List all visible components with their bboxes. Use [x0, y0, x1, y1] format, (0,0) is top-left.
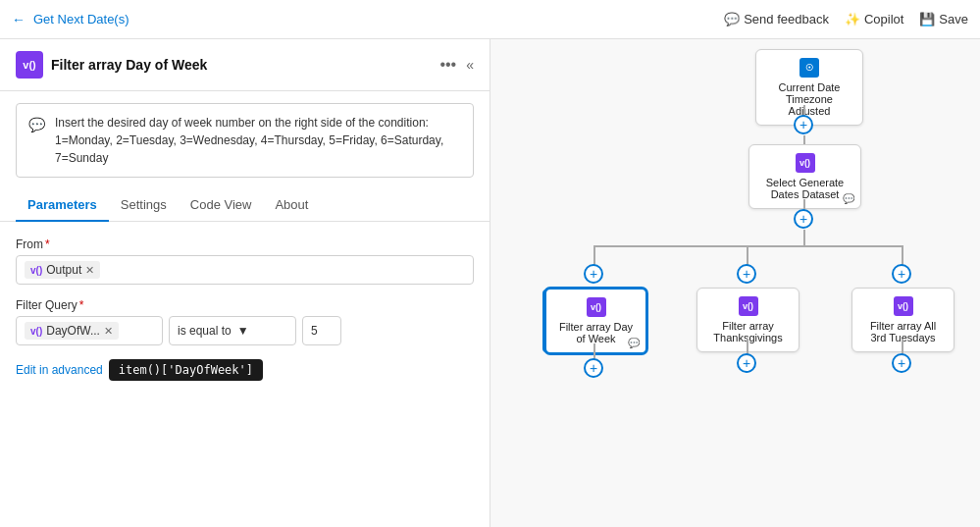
connector-v2 — [803, 135, 805, 144]
plus-btn-bot-left[interactable]: + — [584, 358, 603, 378]
topbar: ← Get Next Date(s) 💬 Send feedback ✨ Cop… — [0, 0, 980, 39]
plus-btn-bot-right[interactable]: + — [892, 353, 911, 373]
tab-about[interactable]: About — [263, 189, 320, 222]
save-icon: 💾 — [919, 12, 935, 26]
filter-query-field: Filter Query * v() DayOfW... ✕ is equal … — [16, 298, 474, 345]
form-area: From * v() Output ✕ Filter Query * — [0, 222, 490, 396]
from-token[interactable]: v() Output ✕ — [25, 261, 100, 279]
topbar-left: ← Get Next Date(s) — [12, 12, 129, 27]
plus-btn-bot-mid[interactable]: + — [737, 353, 756, 373]
more-options-icon[interactable]: ••• — [439, 56, 456, 74]
from-required: * — [45, 237, 50, 251]
node-select-generate-label: Select Generate Dates Dataset — [761, 177, 850, 200]
info-icon: 💬 — [28, 115, 45, 135]
node-filter-dow-label: Filter array Day of Week — [556, 321, 636, 344]
tab-parameters[interactable]: Parameters — [16, 189, 109, 222]
node-current-date-icon: ☉ — [799, 58, 819, 78]
plus-btn-1[interactable]: + — [794, 115, 813, 134]
main-layout: v() Filter array Day of Week ••• « 💬 Ins… — [0, 39, 980, 527]
plus-btn-right[interactable]: + — [892, 264, 911, 284]
panel-title: Filter array Day of Week — [51, 57, 207, 73]
filter-query-label: Filter Query * — [16, 298, 474, 312]
send-feedback-button[interactable]: 💬 Send feedback — [724, 12, 829, 26]
copilot-button[interactable]: ✨ Copilot — [845, 12, 903, 26]
collapse-icon[interactable]: « — [466, 57, 474, 73]
panel-header-left: v() Filter array Day of Week — [16, 51, 207, 79]
plus-btn-left[interactable]: + — [584, 264, 603, 284]
selected-indicator — [542, 290, 546, 352]
node-filter-3rd-icon: v() — [894, 296, 913, 316]
description-text: Insert the desired day of week number on… — [55, 114, 461, 167]
tooltip-text: item()['DayOfWeek'] — [119, 363, 253, 377]
panel-header-actions: ••• « — [439, 56, 474, 74]
plus-btn-mid[interactable]: + — [737, 264, 756, 284]
connector-v4 — [803, 230, 805, 245]
tab-settings[interactable]: Settings — [109, 189, 179, 222]
filter-required: * — [79, 298, 84, 312]
filter-token-remove[interactable]: ✕ — [104, 325, 113, 338]
tabs: Parameters Settings Code View About — [0, 189, 490, 222]
from-token-remove[interactable]: ✕ — [85, 264, 94, 277]
edit-advanced-row: Edit in advanced item()['DayOfWeek'] — [16, 359, 474, 381]
tooltip-box: item()['DayOfWeek'] — [109, 359, 263, 381]
node-filter-dow-icon: v() — [587, 297, 606, 317]
panel-header: v() Filter array Day of Week ••• « — [0, 39, 490, 91]
chevron-down-icon: ▼ — [237, 324, 249, 338]
filter-condition-text: is equal to — [178, 324, 232, 338]
filter-token-icon: v() — [30, 326, 42, 337]
token-icon: v() — [30, 265, 42, 276]
from-label: From * — [16, 237, 474, 251]
filter-token[interactable]: v() DayOfW... ✕ — [25, 322, 119, 340]
node-current-date[interactable]: ☉ Current Date Timezone Adjusted — [755, 49, 863, 126]
back-icon[interactable]: ← — [12, 12, 26, 27]
filter-condition-dropdown[interactable]: is equal to ▼ — [169, 316, 296, 345]
topbar-right: 💬 Send feedback ✨ Copilot 💾 Save — [724, 12, 968, 26]
feedback-icon: 💬 — [724, 12, 740, 26]
node-select-generate-icon: v() — [796, 153, 815, 173]
node-current-date-label: Current Date Timezone Adjusted — [766, 81, 852, 117]
filter-row: v() DayOfW... ✕ is equal to ▼ 5 — [16, 316, 474, 345]
node-select-generate-comment: 💬 — [843, 193, 854, 204]
from-input[interactable]: v() Output ✕ — [16, 255, 474, 285]
edit-advanced-link[interactable]: Edit in advanced — [16, 363, 103, 377]
panel-action-icon: v() — [16, 51, 43, 79]
node-filter-day-of-week[interactable]: v() Filter array Day of Week 💬 — [544, 288, 647, 354]
flow-title[interactable]: Get Next Date(s) — [33, 12, 129, 26]
filter-value: 5 — [311, 324, 318, 338]
description-box: 💬 Insert the desired day of week number … — [16, 103, 474, 178]
save-button[interactable]: 💾 Save — [919, 12, 968, 26]
node-filter-thanks-icon: v() — [739, 296, 758, 316]
left-panel: v() Filter array Day of Week ••• « 💬 Ins… — [0, 39, 490, 527]
filter-token-label: DayOfW... — [46, 324, 100, 338]
filter-token-input[interactable]: v() DayOfW... ✕ — [16, 316, 163, 345]
from-token-label: Output — [46, 263, 81, 277]
node-filter-dow-comment: 💬 — [628, 338, 640, 348]
plus-btn-2[interactable]: + — [794, 209, 813, 229]
canvas: ☉ Current Date Timezone Adjusted + v() S… — [490, 39, 980, 527]
filter-value-input[interactable]: 5 — [302, 316, 341, 345]
tab-code-view[interactable]: Code View — [179, 189, 264, 222]
from-field: From * v() Output ✕ — [16, 237, 474, 285]
right-panel[interactable]: ☉ Current Date Timezone Adjusted + v() S… — [490, 39, 980, 527]
copilot-icon: ✨ — [845, 12, 860, 26]
